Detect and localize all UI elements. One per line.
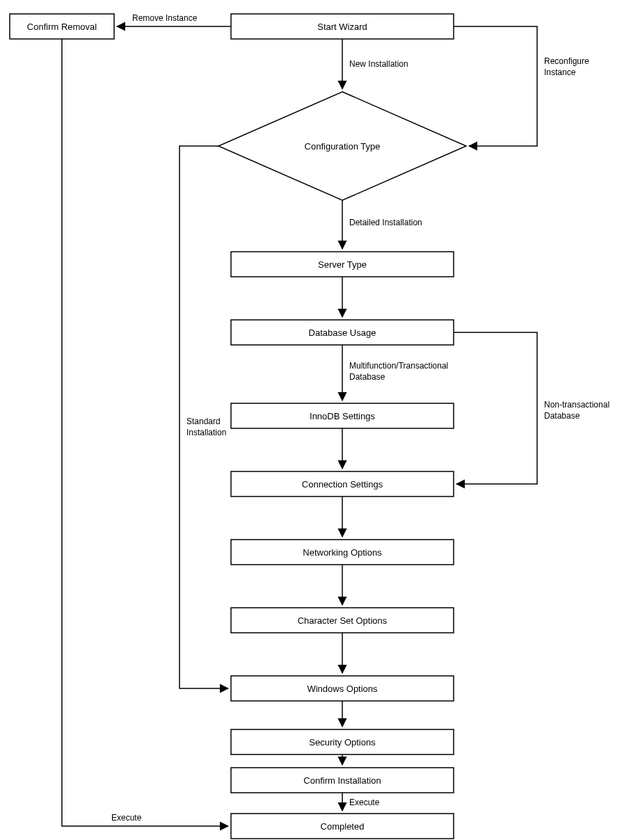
label-configuration-type: Configuration Type (305, 141, 381, 152)
label-connection-settings: Connection Settings (302, 479, 383, 490)
edge-label-multifunction-2: Database (349, 372, 385, 382)
label-innodb-settings: InnoDB Settings (310, 411, 375, 421)
label-confirm-installation: Confirm Installation (303, 775, 381, 786)
edge-label-standard-installation-2: Installation (186, 428, 226, 437)
edge-nontransactional (454, 332, 537, 484)
edge-label-new-installation: New Installation (349, 59, 408, 69)
label-windows-options: Windows Options (307, 684, 378, 694)
label-confirm-removal: Confirm Removal (27, 22, 97, 32)
edge-label-execute-bottom: Execute (111, 813, 142, 823)
label-networking-options: Networking Options (303, 547, 382, 558)
edge-label-remove-instance: Remove Instance (132, 13, 198, 23)
label-start-wizard: Start Wizard (317, 22, 367, 32)
label-character-set-options: Character Set Options (298, 615, 388, 626)
edge-label-multifunction-1: Multifunction/Transactional (349, 361, 448, 371)
edge-label-detailed-installation: Detailed Installation (349, 218, 422, 227)
edge-label-nontransactional-2: Database (544, 411, 580, 421)
edge-label-reconfigure-instance-1: Reconfigure (544, 56, 589, 66)
label-security-options: Security Options (309, 737, 376, 748)
edge-label-reconfigure-instance-2: Instance (544, 67, 576, 77)
edge-label-nontransactional-1: Non-transactional (544, 400, 609, 410)
label-completed: Completed (321, 821, 365, 832)
edge-reconfigure-instance (454, 26, 537, 146)
edge-label-execute-top: Execute (349, 798, 380, 807)
edge-label-standard-installation-1: Standard (186, 417, 221, 426)
label-server-type: Server Type (318, 259, 367, 270)
label-database-usage: Database Usage (309, 328, 376, 338)
